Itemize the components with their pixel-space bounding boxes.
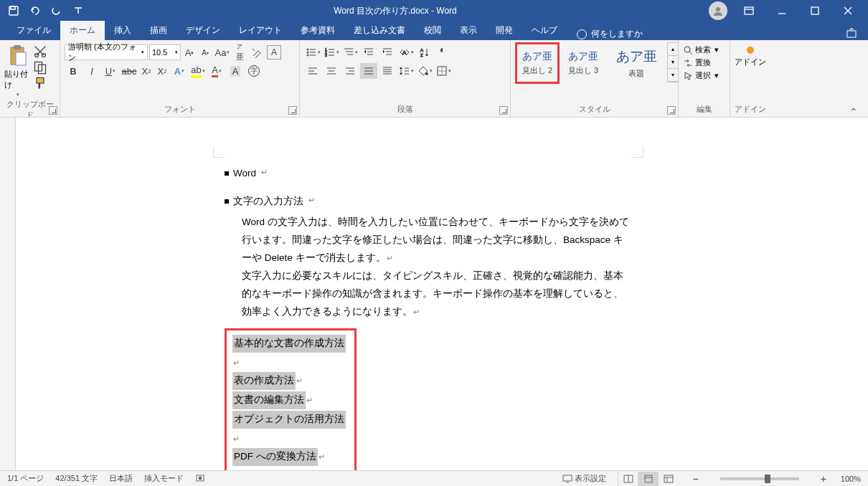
font-color-button[interactable]: A▾ <box>208 63 225 79</box>
account-button[interactable] <box>709 1 727 20</box>
tab-view[interactable]: 表示 <box>450 21 486 40</box>
save-button[interactable] <box>4 1 23 20</box>
styles-dialog-launcher[interactable] <box>667 106 676 115</box>
web-layout-button[interactable] <box>658 472 678 486</box>
replace-button[interactable]: 置換 <box>683 57 719 68</box>
character-border-button[interactable]: A <box>267 44 281 60</box>
macro-recording-icon[interactable] <box>195 473 205 485</box>
qat-customize[interactable] <box>69 1 88 20</box>
italic-button[interactable]: I <box>83 63 100 79</box>
style-title[interactable]: あア亜 表題 <box>607 42 666 84</box>
ribbon-display-button[interactable] <box>733 1 765 21</box>
strikethrough-button[interactable]: abc <box>121 63 138 79</box>
display-settings-button[interactable]: 表示設定 <box>562 473 606 484</box>
ribbon-tabs: ファイル ホーム 挿入 描画 デザイン レイアウト 参考資料 差し込み文書 校閲… <box>0 22 868 40</box>
read-mode-button[interactable] <box>618 472 638 486</box>
selected-line-5: PDF への変換方法 <box>232 448 318 466</box>
tab-file[interactable]: ファイル <box>7 21 60 40</box>
tab-developer[interactable]: 開発 <box>486 21 522 40</box>
collapse-ribbon-button[interactable]: ⌃ <box>849 106 858 118</box>
increase-indent-button[interactable] <box>379 44 396 60</box>
tell-me-search[interactable]: 何をしますか <box>577 28 643 40</box>
status-page[interactable]: 1/1 ページ <box>7 473 44 484</box>
enclose-characters-button[interactable]: 字 <box>245 63 263 79</box>
editing-group-label: 編集 <box>683 103 725 117</box>
grow-font-button[interactable]: A▴ <box>182 44 197 60</box>
tab-help[interactable]: ヘルプ <box>522 21 567 40</box>
status-words[interactable]: 42/351 文字 <box>55 473 98 484</box>
zoom-slider[interactable] <box>720 477 799 480</box>
borders-button[interactable]: ▾ <box>435 63 452 79</box>
share-button[interactable] <box>845 27 858 40</box>
paste-label: 貼り付け <box>4 69 32 90</box>
distributed-button[interactable] <box>379 63 396 79</box>
clear-formatting-button[interactable] <box>248 44 265 60</box>
bold-button[interactable]: B <box>65 63 82 79</box>
align-left-button[interactable] <box>304 63 321 79</box>
tab-review[interactable]: 校閲 <box>415 21 450 40</box>
lightbulb-icon <box>577 29 587 39</box>
styles-gallery-more[interactable]: ▴▾▾ <box>667 42 679 82</box>
font-dialog-launcher[interactable] <box>288 106 297 115</box>
decrease-indent-button[interactable] <box>360 44 377 60</box>
undo-button[interactable] <box>26 1 44 20</box>
status-insert-mode[interactable]: 挿入モード <box>144 473 184 484</box>
change-case-button[interactable]: Aa▾ <box>214 44 231 60</box>
line-spacing-button[interactable]: ▾ <box>397 63 415 79</box>
tab-references[interactable]: 参考資料 <box>291 21 344 40</box>
redo-button[interactable] <box>47 1 66 20</box>
cut-button[interactable] <box>33 45 47 58</box>
underline-button[interactable]: U▾ <box>102 63 119 79</box>
tab-draw[interactable]: 描画 <box>141 21 176 40</box>
asian-layout-button[interactable]: A▾ <box>397 44 415 60</box>
style-heading3[interactable]: あア亜 見出し 3 <box>561 42 605 84</box>
style-heading2[interactable]: あア亜 見出し 2 <box>515 42 560 84</box>
page[interactable]: Word↵ 文字の入力方法↵ Word の文字入力は、時間を入力したい位置に合わ… <box>197 118 654 470</box>
highlight-button[interactable]: ab▾ <box>189 63 207 79</box>
zoom-level[interactable]: 100% <box>841 475 861 483</box>
zoom-in-button[interactable]: + <box>818 473 829 485</box>
print-layout-button[interactable] <box>638 472 658 486</box>
subscript-button[interactable]: X2 <box>139 63 154 79</box>
status-language[interactable]: 日本語 <box>109 473 133 484</box>
multilevel-list-button[interactable]: ▾ <box>341 44 359 60</box>
tab-insert[interactable]: 挿入 <box>105 21 141 40</box>
ribbon: 貼り付け ▾ クリップボード 游明朝 (本文のフォン▾ 10.5▾ A▴ A▾ … <box>0 40 868 118</box>
numbering-button[interactable]: 123▾ <box>323 44 340 60</box>
svg-text:A: A <box>402 49 407 56</box>
document-body[interactable]: Word↵ 文字の入力方法↵ Word の文字入力は、時間を入力したい位置に合わ… <box>197 118 654 470</box>
align-center-button[interactable] <box>323 63 340 79</box>
align-right-button[interactable] <box>341 63 359 79</box>
zoom-out-button[interactable]: − <box>689 473 701 485</box>
tab-design[interactable]: デザイン <box>176 21 230 40</box>
paragraph-dialog-launcher[interactable] <box>499 106 508 115</box>
select-button[interactable]: 選択▾ <box>683 70 719 81</box>
character-shading-button[interactable]: A <box>227 63 244 79</box>
text-effects-button[interactable]: A▾ <box>171 63 188 79</box>
phonetic-guide-button[interactable]: ア亜 <box>232 44 247 60</box>
clipboard-dialog-launcher[interactable] <box>49 106 57 115</box>
body-paragraph-2: 文字入力に必要なスキルには、タイピングスキル、正確さ、視覚的な確認能力、基本的な… <box>242 270 623 317</box>
close-button[interactable] <box>832 1 864 21</box>
tab-home[interactable]: ホーム <box>60 21 105 40</box>
sort-button[interactable]: AZ <box>416 44 433 60</box>
tab-layout[interactable]: レイアウト <box>230 21 291 40</box>
superscript-button[interactable]: X2 <box>155 63 169 79</box>
copy-button[interactable] <box>33 61 47 74</box>
font-size-dropdown[interactable]: 10.5▾ <box>149 44 181 60</box>
paste-button[interactable]: 貼り付け ▾ <box>4 42 32 97</box>
tab-mailings[interactable]: 差し込み文書 <box>344 21 415 40</box>
document-area[interactable]: Word↵ 文字の入力方法↵ Word の文字入力は、時間を入力したい位置に合わ… <box>0 118 868 470</box>
font-name-dropdown[interactable]: 游明朝 (本文のフォン▾ <box>65 44 148 60</box>
addin-button[interactable]: アドイン <box>735 42 766 67</box>
svg-rect-5 <box>847 31 856 37</box>
shading-button[interactable]: ▾ <box>416 63 433 79</box>
bullets-button[interactable]: ▾ <box>304 44 321 60</box>
find-button[interactable]: 検索▾ <box>683 44 719 55</box>
justify-button[interactable] <box>360 63 377 79</box>
show-paragraph-marks-button[interactable] <box>435 44 452 60</box>
maximize-button[interactable] <box>799 1 831 21</box>
minimize-button[interactable] <box>766 1 798 21</box>
format-painter-button[interactable] <box>33 77 47 90</box>
shrink-font-button[interactable]: A▾ <box>198 44 212 60</box>
